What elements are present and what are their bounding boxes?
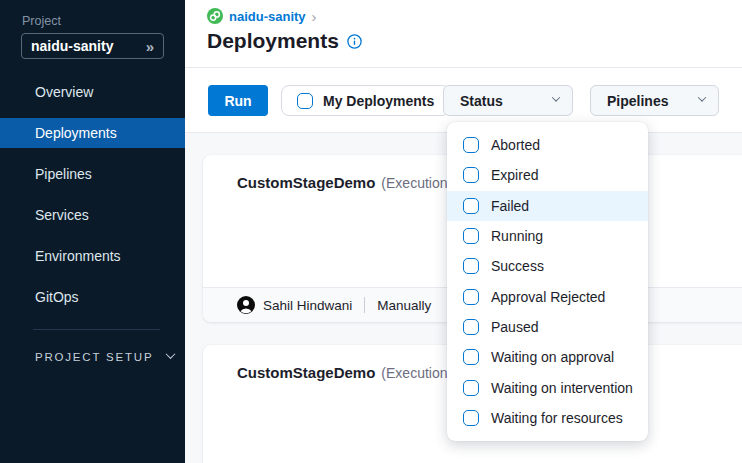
sidebar-item-services[interactable]: Services: [0, 200, 185, 230]
status-option-running[interactable]: Running: [447, 221, 648, 251]
checkbox[interactable]: [463, 410, 479, 426]
status-option-label: Approval Rejected: [491, 289, 605, 305]
status-option-label: Running: [491, 228, 543, 244]
status-option-waiting-for-resources[interactable]: Waiting for resources: [447, 403, 648, 433]
my-deployments-label: My Deployments: [323, 93, 434, 109]
status-dropdown-menu: Aborted Expired Failed Running Success A…: [447, 122, 648, 441]
sidebar-divider: [33, 329, 160, 330]
checkbox[interactable]: [463, 258, 479, 274]
user-avatar: [237, 296, 255, 314]
pipeline-name-link[interactable]: CustomStageDemo: [237, 364, 375, 381]
sidebar-item-pipelines[interactable]: Pipelines: [0, 159, 185, 189]
status-option-paused[interactable]: Paused: [447, 312, 648, 342]
status-filter-dropdown[interactable]: Status: [443, 85, 573, 116]
info-icon[interactable]: [347, 34, 362, 49]
triggered-by-user: Sahil Hindwani: [263, 298, 352, 313]
status-option-label: Waiting on intervention: [491, 380, 633, 396]
status-option-label: Failed: [491, 198, 529, 214]
page-header: naidu-sanity › Deployments: [185, 0, 742, 68]
pipelines-filter-dropdown[interactable]: Pipelines: [590, 85, 719, 116]
project-selector-value: naidu-sanity: [31, 38, 146, 54]
trigger-type: Manually: [377, 298, 431, 313]
status-option-label: Expired: [491, 167, 538, 183]
status-option-failed[interactable]: Failed: [447, 191, 648, 221]
status-option-aborted[interactable]: Aborted: [447, 130, 648, 160]
cd-module-icon: [207, 8, 223, 24]
title-row: Deployments: [207, 29, 362, 53]
project-setup-label: PROJECT SETUP: [35, 351, 153, 363]
app-window: Project naidu-sanity » Overview Deployme…: [0, 0, 742, 463]
main-area: naidu-sanity › Deployments Run My Deploy…: [185, 0, 742, 463]
checkbox[interactable]: [463, 137, 479, 153]
project-setup-toggle[interactable]: PROJECT SETUP: [35, 348, 174, 366]
sidebar-item-deployments[interactable]: Deployments: [0, 118, 185, 148]
page-title: Deployments: [207, 29, 339, 53]
status-option-waiting-on-intervention[interactable]: Waiting on intervention: [447, 372, 648, 402]
checkbox[interactable]: [463, 167, 479, 183]
project-sidebar: Project naidu-sanity » Overview Deployme…: [0, 0, 185, 463]
checkbox[interactable]: [463, 380, 479, 396]
pipelines-filter-label: Pipelines: [607, 93, 668, 109]
breadcrumb-project-link[interactable]: naidu-sanity: [229, 9, 306, 24]
status-option-label: Waiting on approval: [491, 349, 614, 365]
run-button[interactable]: Run: [208, 85, 268, 116]
checkbox[interactable]: [463, 349, 479, 365]
my-deployments-checkbox[interactable]: [297, 93, 313, 109]
breadcrumb: naidu-sanity ›: [207, 8, 317, 24]
footer-divider: [364, 297, 365, 313]
chevron-right-icon: ›: [312, 10, 317, 23]
checkbox[interactable]: [463, 289, 479, 305]
checkbox[interactable]: [463, 228, 479, 244]
project-label: Project: [22, 14, 61, 28]
status-option-label: Waiting for resources: [491, 410, 623, 426]
checkbox[interactable]: [463, 198, 479, 214]
project-selector[interactable]: naidu-sanity »: [21, 33, 164, 59]
status-option-success[interactable]: Success: [447, 251, 648, 281]
sidebar-item-environments[interactable]: Environments: [0, 241, 185, 271]
my-deployments-filter[interactable]: My Deployments: [281, 85, 450, 116]
status-option-label: Paused: [491, 319, 538, 335]
chevron-down-icon: [552, 93, 560, 101]
chevron-down-icon: [698, 93, 706, 101]
status-option-waiting-on-approval[interactable]: Waiting on approval: [447, 342, 648, 372]
checkbox[interactable]: [463, 319, 479, 335]
chevron-down-icon: [166, 349, 176, 359]
status-option-label: Success: [491, 258, 544, 274]
sidebar-item-gitops[interactable]: GitOps: [0, 282, 185, 312]
expand-sidebar-icon[interactable]: »: [146, 38, 154, 55]
sidebar-item-overview[interactable]: Overview: [0, 77, 185, 107]
status-filter-label: Status: [460, 93, 503, 109]
pipeline-name-link[interactable]: CustomStageDemo: [237, 174, 375, 191]
sidebar-nav: Overview Deployments Pipelines Services …: [0, 77, 185, 323]
status-option-approval-rejected[interactable]: Approval Rejected: [447, 281, 648, 311]
status-option-expired[interactable]: Expired: [447, 160, 648, 190]
status-option-label: Aborted: [491, 137, 540, 153]
